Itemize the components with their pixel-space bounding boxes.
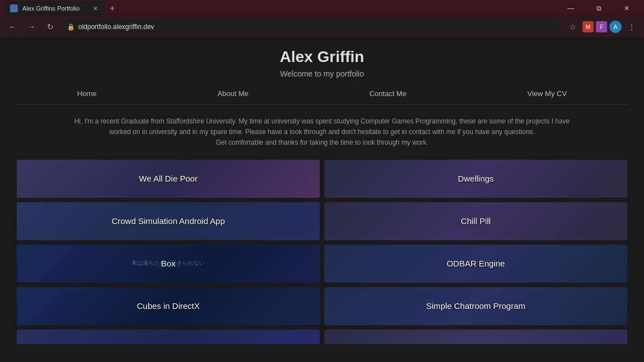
address-bar-row: ← → ↻ 🔒 oldportfolio.alexgriffin.dev ☆ M… — [0, 17, 644, 37]
site-subtitle: Welcome to my portfolio — [17, 69, 627, 78]
profile-icon[interactable]: A — [609, 21, 622, 33]
project-card-ray-tracing[interactable]: Ray Tracing and Memory Management — [17, 330, 320, 344]
refresh-button[interactable]: ↻ — [42, 19, 58, 35]
projects-grid: We All Die Poor Dwellings Crowd Simulati… — [17, 160, 627, 344]
project-card-crowd-simulation[interactable]: Crowd Simulation Android App — [17, 202, 320, 240]
project-card-we-all-die-poor[interactable]: We All Die Poor — [17, 160, 320, 198]
project-label: ODBAR Engine — [447, 259, 505, 268]
browser-extension-icon[interactable]: F — [596, 21, 607, 32]
project-label: Simple Chatroom Program — [426, 301, 525, 311]
project-label: Ray Tracing and Memory Management — [96, 344, 240, 344]
project-card-dwellings[interactable]: Dwellings — [324, 160, 627, 198]
project-label: Dwellings — [458, 174, 494, 183]
address-bar[interactable]: 🔒 oldportfolio.alexgriffin.dev — [61, 20, 559, 34]
project-label: This Website — [452, 344, 500, 344]
tab-favicon — [10, 4, 18, 12]
close-button[interactable]: ✕ — [614, 0, 640, 17]
project-card-this-website[interactable]: This Website — [324, 330, 627, 344]
main-nav: Home About Me Contact Me View My CV — [17, 89, 627, 105]
site-title: Alex Griffin — [17, 48, 627, 66]
window-controls: — ⧉ ✕ — [558, 0, 640, 17]
extensions-icon[interactable]: M — [583, 21, 594, 32]
lock-icon: 🔒 — [67, 23, 75, 31]
nav-about[interactable]: About Me — [217, 89, 249, 98]
tab-bar: Alex Griffins Portfolio ✕ + — [4, 0, 555, 17]
toolbar-icons: ☆ M F A ⋮ — [565, 19, 640, 35]
nav-home[interactable]: Home — [77, 89, 97, 98]
project-label: Chill Pill — [461, 216, 490, 226]
active-tab[interactable]: Alex Griffins Portfolio ✕ — [4, 1, 105, 16]
back-button[interactable]: ← — [4, 19, 20, 35]
tab-close-button[interactable]: ✕ — [91, 4, 100, 13]
title-bar: Alex Griffins Portfolio ✕ + — ⧉ ✕ — [0, 0, 644, 17]
project-label: We All Die Poor — [139, 174, 198, 183]
bio-text: Hi, I'm a recent Graduate from Staffords… — [70, 116, 574, 149]
tab-title: Alex Griffins Portfolio — [22, 5, 86, 12]
project-card-chill-pill[interactable]: Chill Pill — [324, 202, 627, 240]
page-content: Alex Griffin Welcome to my portfolio Hom… — [0, 37, 644, 344]
forward-button[interactable]: → — [23, 19, 39, 35]
project-card-odbar-engine[interactable]: ODBAR Engine — [324, 245, 627, 283]
browser-chrome: Alex Griffins Portfolio ✕ + — ⧉ ✕ ← → ↻ … — [0, 0, 644, 37]
project-card-box[interactable]: Box — [17, 245, 320, 283]
minimize-button[interactable]: — — [558, 0, 584, 17]
new-tab-button[interactable]: + — [105, 1, 120, 16]
nav-contact[interactable]: Contact Me — [370, 89, 406, 98]
project-card-cubes-directx[interactable]: Cubes in DirectX — [17, 287, 320, 325]
star-icon[interactable]: ☆ — [565, 19, 580, 35]
restore-button[interactable]: ⧉ — [586, 0, 612, 17]
project-label: Box — [161, 259, 176, 268]
project-card-simple-chatroom[interactable]: Simple Chatroom Program — [324, 287, 627, 325]
nav-cv[interactable]: View My CV — [527, 89, 567, 98]
project-label: Cubes in DirectX — [137, 301, 200, 311]
menu-icon[interactable]: ⋮ — [624, 19, 640, 35]
address-text: oldportfolio.alexgriffin.dev — [78, 23, 553, 31]
project-label: Crowd Simulation Android App — [112, 216, 225, 226]
